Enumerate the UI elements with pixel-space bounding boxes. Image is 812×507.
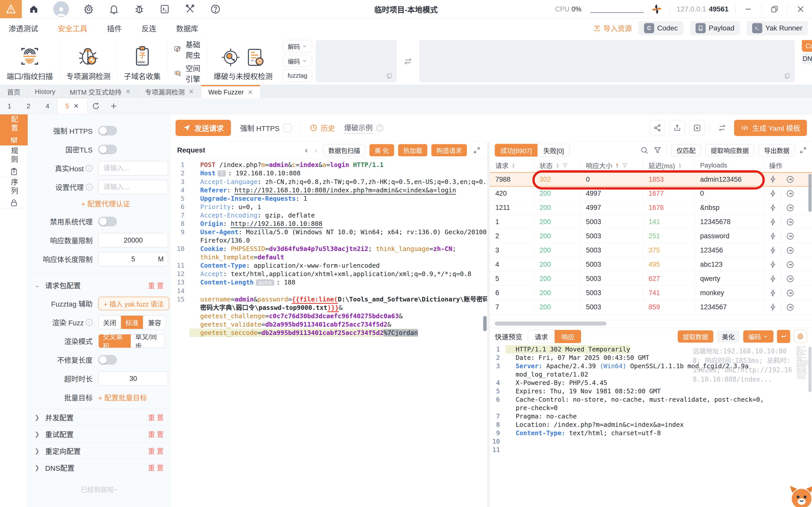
beautify-button[interactable]: 美 化: [369, 144, 394, 156]
extract-response-button[interactable]: 提取响应数据: [705, 144, 754, 156]
disable-sys-proxy-toggle[interactable]: [98, 217, 117, 226]
import-resource-link[interactable]: 导入资源: [593, 23, 632, 33]
table-row[interactable]: 121120049971676&nbsp: [490, 201, 812, 215]
search-icon[interactable]: [640, 146, 649, 155]
open-detail-icon[interactable]: [786, 289, 794, 297]
resp-count-input[interactable]: [98, 233, 168, 248]
bug-icon[interactable]: [133, 3, 145, 15]
settings-gear-icon[interactable]: [83, 3, 95, 15]
yakit-logo[interactable]: [0, 0, 22, 18]
yakit-mascot-icon[interactable]: [788, 483, 812, 507]
table-row[interactable]: 420200499716770: [490, 186, 812, 201]
open-detail-icon[interactable]: [786, 175, 794, 183]
table-row[interactable]: 1200500314112345678: [490, 215, 812, 229]
hotpatch-icon[interactable]: [769, 261, 777, 269]
minimap[interactable]: HTTP/1.1 302 Moved Temporarily Date: Fri…: [797, 346, 809, 379]
proxy-auth-link[interactable]: + 配置代理认证: [81, 199, 170, 209]
tool-vuln-scan[interactable]: 专项漏洞检测: [60, 38, 117, 85]
fullscreen-icon[interactable]: [799, 147, 807, 154]
open-detail-icon[interactable]: [786, 303, 794, 312]
generate-yaml-button[interactable]: 生成 Yaml 模板: [734, 120, 807, 136]
dnslog-side-tab[interactable]: DNSLog: [802, 53, 812, 64]
close-button[interactable]: [794, 3, 807, 15]
refresh-icon[interactable]: [87, 102, 105, 111]
reset-link[interactable]: 重 置: [148, 463, 164, 472]
column-request[interactable]: 请求▲▼: [490, 159, 534, 172]
tab-web-fuzzer[interactable]: Web Fuzzer✕: [201, 85, 260, 98]
codec-output-area[interactable]: [419, 40, 795, 82]
tool-brute-force[interactable]: 爆破与未授权检测: [207, 38, 279, 85]
swap-arrows-icon[interactable]: [403, 56, 413, 66]
hotpatch-icon[interactable]: [769, 289, 777, 297]
reset-link[interactable]: 重 置: [148, 446, 164, 456]
render-fuzz-standard[interactable]: 标准: [121, 316, 143, 329]
fuzzer-tab-1[interactable]: 1: [0, 98, 19, 114]
tab-mitm[interactable]: MITM 交互式劫持✕: [63, 85, 138, 98]
terminal-icon[interactable]: [159, 3, 171, 15]
copy-icon[interactable]: [784, 71, 791, 79]
codec-input-area[interactable]: [316, 40, 397, 82]
encode-dropdown[interactable]: 编码: [283, 55, 312, 67]
help-icon[interactable]: [210, 3, 221, 15]
hotpatch-icon[interactable]: [769, 176, 777, 183]
switch-view-icon[interactable]: [714, 120, 730, 136]
filter-icon[interactable]: [653, 146, 662, 155]
force-https-toggle[interactable]: [98, 126, 117, 135]
fuzztag-button[interactable]: fuzztag: [283, 69, 312, 82]
hotpatch-icon[interactable]: [769, 303, 777, 311]
home-icon[interactable]: [28, 3, 40, 15]
hot-reload-button[interactable]: 热加载: [398, 144, 427, 156]
hotpatch-icon[interactable]: [769, 218, 777, 226]
insert-yak-fuzz-button[interactable]: + 插入 yak.fuzz 语法: [98, 297, 169, 311]
hotpatch-icon[interactable]: [769, 247, 777, 254]
tool-port-scan[interactable]: 端口/指纹扫描: [0, 38, 60, 85]
section-concurrency[interactable]: ❯ 并发配置 重 置: [28, 409, 170, 426]
tool-basic-crawler[interactable]: 基础爬虫: [174, 39, 201, 60]
table-row[interactable]: 42005003495abc123: [490, 258, 812, 272]
open-detail-icon[interactable]: [786, 204, 794, 212]
decode-dropdown[interactable]: 解码: [283, 40, 312, 52]
no-fix-length-toggle[interactable]: [98, 355, 117, 364]
share-icon[interactable]: [650, 120, 665, 136]
match-only-button[interactable]: 仅匹配: [671, 144, 701, 156]
brute-example-link[interactable]: 爆破示例: [344, 122, 373, 134]
table-row[interactable]: 798830201853admin123456: [490, 172, 812, 186]
tab-home[interactable]: 首页: [0, 85, 27, 98]
table-row[interactable]: 32005003375123456: [490, 243, 812, 258]
scrollbar-thumb[interactable]: [808, 347, 811, 392]
section-retry[interactable]: ❯ 重试配置 重 置: [28, 426, 170, 442]
codec-side-tab[interactable]: Codec: [802, 40, 812, 52]
reset-link[interactable]: 重 置: [148, 429, 164, 439]
force-https-checkbox[interactable]: [283, 124, 292, 132]
hotpatch-icon[interactable]: [769, 232, 777, 240]
notifications-bell-icon[interactable]: [108, 3, 120, 15]
success-filter-button[interactable]: 成功[8907]: [495, 144, 537, 157]
encode-dropdown-button[interactable]: 编码: [743, 330, 773, 343]
fuzzer-tab-4[interactable]: 4: [38, 98, 57, 114]
history-link[interactable]: 历史: [310, 123, 335, 133]
close-icon[interactable]: ✕: [73, 103, 79, 110]
close-icon[interactable]: ✕: [248, 89, 253, 96]
preview-settings-icon[interactable]: [794, 330, 807, 343]
menu-pentest[interactable]: 渗透测试: [9, 23, 38, 34]
column-payloads[interactable]: Payloads: [695, 159, 763, 172]
fuzzer-tab-2[interactable]: 2: [19, 98, 38, 114]
packet-scan-button[interactable]: 数据包扫描: [323, 144, 365, 156]
tab-history[interactable]: History: [27, 85, 63, 98]
open-detail-icon[interactable]: [786, 189, 794, 198]
proxy-input[interactable]: [98, 180, 168, 194]
preview-request-tab[interactable]: 请求: [528, 330, 555, 343]
menu-database[interactable]: 数据库: [176, 23, 198, 34]
tools-icon[interactable]: [184, 3, 196, 15]
section-redirect[interactable]: ❯ 重定向配置 重 置: [28, 442, 170, 459]
open-detail-icon[interactable]: [786, 246, 794, 255]
newline-icon[interactable]: [777, 330, 790, 343]
hotpatch-icon[interactable]: [769, 275, 777, 283]
open-detail-icon[interactable]: [786, 275, 794, 283]
codec-button[interactable]: CCodec: [638, 21, 683, 35]
request-config-header[interactable]: ⌄ 请求包配置 重 置: [28, 279, 170, 292]
column-delay[interactable]: 延迟(ms)▲▼: [643, 159, 695, 172]
hotpatch-icon[interactable]: [769, 204, 777, 212]
column-size[interactable]: 响应大小▲▼: [580, 159, 643, 172]
real-host-input[interactable]: [98, 161, 168, 176]
